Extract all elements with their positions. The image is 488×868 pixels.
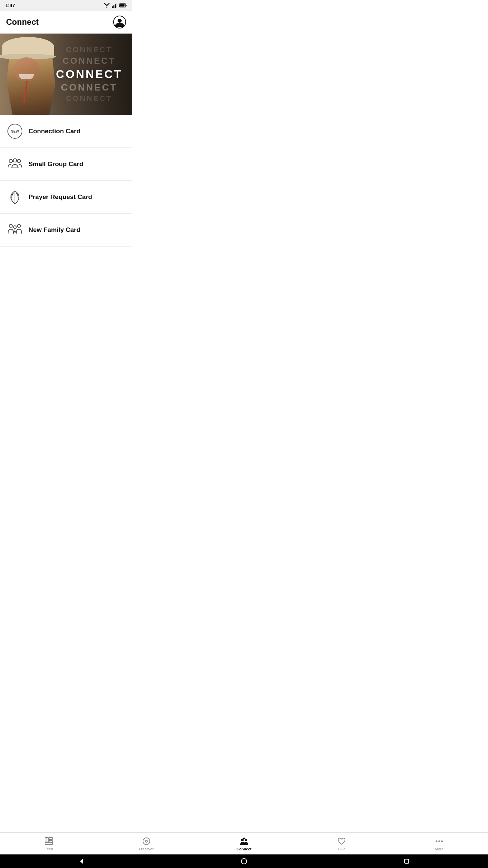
prayer-request-item[interactable]: Prayer Request Card: [0, 181, 132, 214]
prayer-icon-wrap: [7, 189, 23, 205]
menu-list: NEW Connection Card Small Group Card: [0, 115, 132, 246]
status-time: 1:47: [5, 3, 15, 8]
svg-point-14: [9, 224, 13, 228]
new-family-card-item[interactable]: New Family Card: [0, 214, 132, 246]
svg-point-15: [18, 224, 21, 228]
hero-banner: CONNECT CONNECT CONNECT CONNECT CONNECT: [0, 34, 132, 115]
svg-rect-5: [126, 5, 127, 6]
prayer-icon: [9, 190, 21, 204]
svg-rect-0: [112, 6, 113, 8]
hero-text-4: CONNECT: [53, 82, 125, 93]
hero-text-1: CONNECT: [53, 45, 125, 54]
svg-point-8: [118, 19, 122, 23]
svg-point-16: [14, 226, 16, 229]
svg-rect-2: [115, 4, 116, 8]
battery-icon: [119, 3, 127, 7]
page-title: Connect: [6, 17, 39, 27]
small-group-icon-wrap: [7, 156, 23, 172]
wifi-icon: [104, 3, 110, 8]
status-icons: [104, 3, 127, 8]
svg-rect-1: [114, 5, 115, 8]
svg-rect-6: [120, 4, 125, 7]
status-bar: 1:47: [0, 0, 132, 11]
profile-icon: [113, 16, 126, 28]
prayer-request-label: Prayer Request Card: [28, 193, 92, 201]
new-badge-label: NEW: [11, 130, 19, 133]
new-family-label: New Family Card: [28, 226, 80, 234]
signal-icon: [112, 3, 117, 8]
svg-rect-3: [117, 3, 118, 8]
connection-card-label: Connection Card: [28, 127, 80, 135]
svg-point-10: [17, 159, 21, 163]
connection-card-icon-wrap: NEW: [7, 123, 23, 139]
connection-card-item[interactable]: NEW Connection Card: [0, 115, 132, 148]
small-group-card-item[interactable]: Small Group Card: [0, 148, 132, 181]
svg-point-9: [9, 159, 13, 163]
svg-point-11: [13, 159, 17, 162]
family-icon: [7, 223, 23, 237]
hero-text-2: CONNECT: [53, 56, 125, 66]
hero-text-main: CONNECT: [53, 67, 125, 81]
group-icon: [7, 158, 22, 171]
profile-button[interactable]: [113, 16, 126, 28]
small-group-label: Small Group Card: [28, 160, 83, 168]
hero-text-container: CONNECT CONNECT CONNECT CONNECT CONNECT: [49, 34, 129, 115]
header: Connect: [0, 11, 132, 34]
family-icon-wrap: [7, 222, 23, 238]
new-badge-icon: NEW: [7, 124, 22, 139]
hero-text-5: CONNECT: [53, 94, 125, 103]
